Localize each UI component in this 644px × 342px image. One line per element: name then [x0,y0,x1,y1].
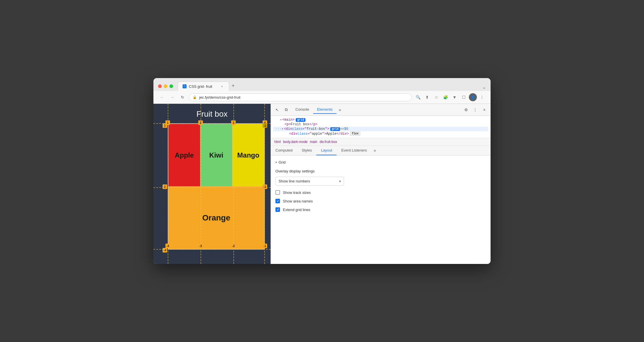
new-tab-button[interactable]: + [229,82,237,90]
grid-line-h3 [153,249,271,250]
mango-cell: Mango [232,124,264,186]
section-arrow-icon: ▾ [275,161,277,164]
tab-bar: 🔷 CSS grid- fruit × + ⌄ [178,81,486,91]
grid-line-v1 [168,104,168,264]
line-numbers-dropdown[interactable]: Show line numbers ▾ [275,177,344,186]
computed-tab[interactable]: Computed [271,146,297,155]
tab-close-button[interactable]: × [220,84,224,89]
styles-tab[interactable]: Styles [297,146,316,155]
track-sizes-checkbox[interactable] [275,190,280,195]
address-bar[interactable]: 🔒 jec.fyi/demo/css-grid-fruit [189,94,412,101]
grid-num-neg-row-bl: -4 [163,248,167,252]
bc-html[interactable]: html [273,139,282,144]
dom-flex-badge[interactable]: flex [350,132,360,136]
bc-div-fruit-box[interactable]: div.fruit-box [319,139,338,144]
toolbar-icons: 🔍 ⬆ ☆ 🧩 ▼ ☐ 👤 ⋮ [414,93,486,101]
grid-num-neg-row1: -1 [263,123,267,128]
maximize-traffic-light[interactable] [169,84,173,88]
refresh-button[interactable]: ↻ [179,93,187,101]
dom-p-tag: <p> [285,122,291,126]
dom-equals: == [340,127,344,131]
console-tab[interactable]: Console [291,106,313,114]
apple-cell: Apple [168,124,200,186]
area-names-label: Show area names [283,199,313,203]
extend-grid-lines-checkbox[interactable] [275,207,280,212]
dom-div-tag: <div [284,127,292,131]
minimize-traffic-light[interactable] [164,84,167,88]
dom-p-text: Fruit box [291,122,309,126]
zoom-icon[interactable]: 🔍 [414,93,422,101]
orange-cell: Orange [168,186,264,249]
dom-arrow-fruit-box: ▾ [282,127,283,131]
bookmark-icon[interactable]: ☆ [432,93,440,101]
grid-line-v2 [201,104,201,264]
bc-body[interactable]: body.dark-mode [282,139,309,144]
fruit-grid: Apple Kiwi Mango Orange [168,123,265,250]
devtools-more-icon[interactable]: ⋮ [471,106,479,114]
tab-bar-chevron[interactable]: ⌄ [482,84,486,90]
dropdown-row: Show line numbers ▾ [275,177,486,186]
page-heading: Fruit box [153,104,271,123]
more-menu-icon[interactable]: ⋮ [478,93,486,101]
settings-icon[interactable]: ⚙ [462,106,470,114]
kiwi-cell: Kiwi [200,124,232,186]
grid-line-h1 [153,123,271,124]
profile-icon[interactable]: 👤 [469,93,477,101]
grid-line-h2 [153,187,271,188]
devtools-toolbar: ↖ ⧉ Console Elements » ⚙ ⋮ × [271,104,491,116]
dom-tree: ▾ <main> grid <p>Fruit box</p> ··· ▾ <di… [271,116,491,138]
devtools-main-tabs: Console Elements » [291,106,461,114]
grid-num-neg-col3: -2 [231,244,236,248]
extend-grid-lines-label: Extend grid lines [283,208,310,212]
puzzle-icon[interactable]: ▼ [451,93,459,101]
dom-main-tag: <main> [282,118,295,122]
dom-grid-badge-main[interactable]: grid [296,118,305,122]
browser-window: 🔷 CSS grid- fruit × + ⌄ ← → ↻ 🔒 jec.fyi/… [153,78,491,264]
back-button[interactable]: ← [158,93,166,101]
panel-more-button[interactable]: » [371,146,378,155]
dom-line-main[interactable]: ▾ <main> grid [273,118,488,122]
grid-num-row1-left: 1 [163,123,167,128]
element-picker-icon[interactable]: ↖ [273,106,281,114]
title-bar: 🔷 CSS grid- fruit × + ⌄ [153,78,491,91]
devtools-settings: ⚙ ⋮ × [462,106,488,114]
lock-icon: 🔒 [193,95,197,99]
share-icon[interactable]: ⬆ [423,93,431,101]
device-toolbar-icon[interactable]: ⧉ [282,106,290,114]
grid-section-header[interactable]: ▾ Grid [275,160,486,164]
content-area: Fruit box 1 2 3 4 1 2 -4 -3 [153,104,491,264]
tab-title: CSS grid- fruit [189,84,212,89]
dom-apple-text: Apple [326,132,337,136]
forward-button[interactable]: → [168,93,176,101]
preview-wrapper: Fruit box 1 2 3 4 1 2 -4 -3 [153,104,271,264]
area-names-row: Show area names [275,199,486,203]
track-sizes-label: Show track sizes [283,190,311,195]
breadcrumb: html body.dark-mode main div.fruit-box [271,138,491,146]
extend-grid-lines-row: Extend grid lines [275,207,486,212]
grid-num-neg-row-br: -1 [263,184,267,189]
active-tab[interactable]: 🔷 CSS grid- fruit × [178,81,229,91]
dom-grid-badge-fruit-box[interactable]: grid [330,127,340,131]
toolbar: ← → ↻ 🔒 jec.fyi/demo/css-grid-fruit 🔍 ⬆ … [153,91,491,104]
bc-main[interactable]: main [309,139,319,144]
devtools-panel: ↖ ⧉ Console Elements » ⚙ ⋮ × ▾ [271,104,491,264]
grid-line-v3 [233,104,234,264]
extensions-icon[interactable]: 🧩 [441,93,449,101]
devtools-close-icon[interactable]: × [480,106,488,114]
dom-line-fruit-box[interactable]: ··· ▾ <div class="fruit-box"> grid == $0 [273,127,488,131]
layout-panel: ▾ Grid Overlay display settings Show lin… [271,156,491,264]
event-listeners-tab[interactable]: Event Listeners [337,146,371,155]
cast-icon[interactable]: ☐ [460,93,468,101]
elements-tab[interactable]: Elements [313,106,337,114]
more-tabs-button[interactable]: » [337,108,343,112]
dropdown-label: Show line numbers [279,179,310,183]
grid-num-row2-left: 2 [163,184,167,189]
close-traffic-light[interactable] [158,84,162,88]
grid-num-neg-col1: -4 [165,244,170,248]
dom-line-p[interactable]: <p>Fruit box</p> [273,122,488,127]
panel-tabs: Computed Styles Layout Event Listeners » [271,146,491,156]
dom-arrow-main: ▾ [280,118,282,122]
dom-line-apple[interactable]: <div class="apple">Apple</div> flex [273,131,488,136]
layout-tab[interactable]: Layout [316,146,337,155]
area-names-checkbox[interactable] [275,199,280,203]
